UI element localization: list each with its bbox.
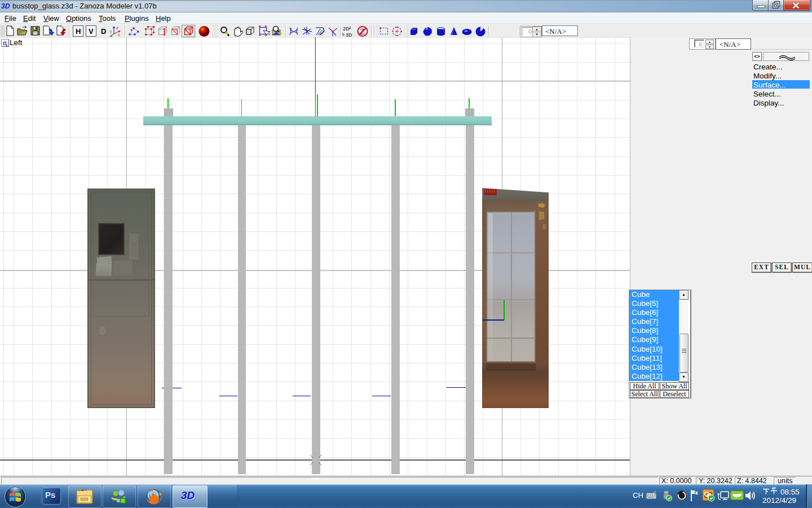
svg-text:H: H: [76, 27, 81, 36]
svg-text:D: D: [101, 27, 106, 36]
svg-text:3D: 3D: [346, 32, 352, 37]
svg-text:y: y: [110, 29, 112, 34]
svg-text:08:55: 08:55: [780, 488, 800, 496]
svg-text:3D: 3D: [1, 2, 10, 10]
svg-text:V: V: [89, 27, 94, 36]
svg-text:z: z: [116, 26, 118, 30]
svg-text:x: x: [118, 33, 120, 37]
